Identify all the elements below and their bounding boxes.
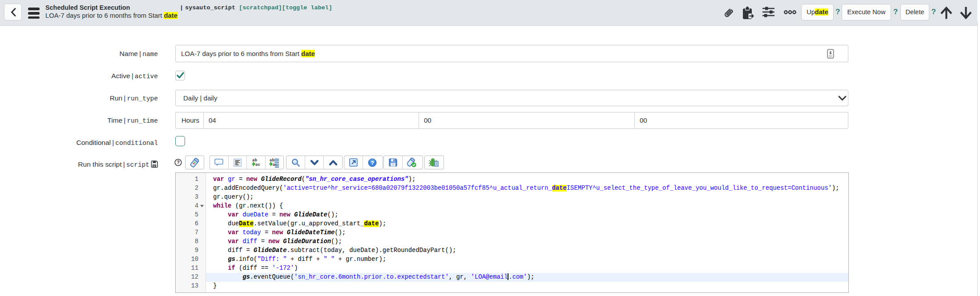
svg-text:ac: ac (273, 163, 278, 167)
svg-text:ac: ac (255, 163, 260, 167)
svg-text:?: ? (371, 159, 374, 166)
svg-text:?: ? (177, 160, 180, 165)
